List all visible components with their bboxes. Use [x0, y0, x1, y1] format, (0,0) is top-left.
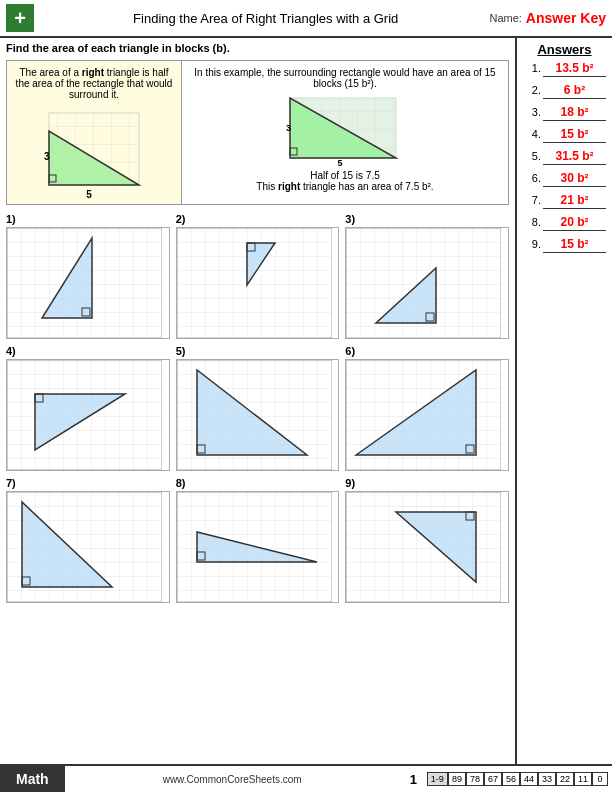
answer-9-num: 9.	[523, 238, 541, 250]
problem-2-grid	[176, 227, 340, 339]
info-box-right: In this example, the surrounding rectang…	[182, 61, 508, 204]
answer-8-val: 20 b²	[560, 215, 588, 229]
answer-9-line: 15 b²	[543, 237, 606, 253]
answer-6-val: 30 b²	[560, 171, 588, 185]
answer-7-val: 21 b²	[560, 193, 588, 207]
problem-6-label: 6)	[345, 345, 509, 357]
answer-1-num: 1.	[523, 62, 541, 74]
answer-3-val: 18 b²	[560, 105, 588, 119]
answer-5-num: 5.	[523, 150, 541, 162]
footer-scores: 1-9 89 78 67 56 44 33 22 11 0	[427, 772, 608, 786]
problem-5: 5)	[176, 345, 340, 471]
half-text: Half of 15 is 7.5	[310, 170, 379, 181]
answer-5-line: 31.5 b²	[543, 149, 606, 165]
info-right-text: In this example, the surrounding rectang…	[188, 67, 502, 89]
answer-item-8: 8. 20 b²	[523, 215, 606, 231]
svg-text:5: 5	[337, 158, 342, 168]
answer-4-line: 15 b²	[543, 127, 606, 143]
name-label: Name:	[489, 12, 521, 24]
problem-7-label: 7)	[6, 477, 170, 489]
problem-2-label: 2)	[176, 213, 340, 225]
answers-title: Answers	[523, 42, 606, 57]
logo-icon: +	[6, 4, 34, 32]
problem-8-grid	[176, 491, 340, 603]
score-89: 89	[448, 772, 466, 786]
problem-6: 6)	[345, 345, 509, 471]
footer-url: www.CommonCoreSheets.com	[65, 774, 400, 785]
example-triangle-right: 3 5	[285, 93, 405, 168]
problem-5-label: 5)	[176, 345, 340, 357]
answer-9-val: 15 b²	[560, 237, 588, 251]
problem-1: 1)	[6, 213, 170, 339]
answer-5-val: 31.5 b²	[555, 149, 593, 163]
problem-8-label: 8)	[176, 477, 340, 489]
score-22: 22	[556, 772, 574, 786]
worksheet: Find the area of each triangle in blocks…	[0, 38, 517, 764]
answer-item-7: 7. 21 b²	[523, 193, 606, 209]
footer-page-num: 1	[410, 772, 417, 787]
answer-3-line: 18 b²	[543, 105, 606, 121]
problem-3-grid	[345, 227, 509, 339]
problem-8: 8)	[176, 477, 340, 603]
svg-rect-36	[346, 492, 501, 602]
problem-3-label: 3)	[345, 213, 509, 225]
svg-text:5: 5	[86, 189, 92, 198]
problem-2: 2)	[176, 213, 340, 339]
score-range: 1-9	[427, 772, 448, 786]
problem-9: 9)	[345, 477, 509, 603]
answer-8-line: 20 b²	[543, 215, 606, 231]
answer-2-num: 2.	[523, 84, 541, 96]
info-box-left: The area of a right triangle is half the…	[7, 61, 182, 204]
score-44: 44	[520, 772, 538, 786]
footer-math-label: Math	[0, 766, 65, 792]
answer-6-line: 30 b²	[543, 171, 606, 187]
answer-7-line: 21 b²	[543, 193, 606, 209]
score-56: 56	[502, 772, 520, 786]
problem-4: 4)	[6, 345, 170, 471]
score-33: 33	[538, 772, 556, 786]
main-content: Find the area of each triangle in blocks…	[0, 38, 612, 764]
info-left-text: The area of a right triangle is half the…	[13, 67, 175, 100]
answer-item-9: 9. 15 b²	[523, 237, 606, 253]
problems-section: 1) 2)	[6, 213, 509, 603]
instruction: Find the area of each triangle in blocks…	[6, 42, 509, 54]
problem-9-grid	[345, 491, 509, 603]
answer-item-5: 5. 31.5 b²	[523, 149, 606, 165]
answer-1-line: 13.5 b²	[543, 61, 606, 77]
score-67: 67	[484, 772, 502, 786]
answer-4-val: 15 b²	[560, 127, 588, 141]
problem-5-grid	[176, 359, 340, 471]
answer-item-6: 6. 30 b²	[523, 171, 606, 187]
page-title: Finding the Area of Right Triangles with…	[42, 11, 489, 26]
answer-1-val: 13.5 b²	[555, 61, 593, 75]
problem-4-grid	[6, 359, 170, 471]
footer: Math www.CommonCoreSheets.com 1 1-9 89 7…	[0, 764, 612, 792]
answer-2-line: 6 b²	[543, 83, 606, 99]
info-row: The area of a right triangle is half the…	[6, 60, 509, 205]
score-78: 78	[466, 772, 484, 786]
score-11: 11	[574, 772, 592, 786]
answer-3-num: 3.	[523, 106, 541, 118]
answer-6-num: 6.	[523, 172, 541, 184]
score-0: 0	[592, 772, 608, 786]
problem-7: 7)	[6, 477, 170, 603]
problem-6-grid	[345, 359, 509, 471]
answers-panel: Answers 1. 13.5 b² 2. 6 b² 3. 18 b² 4. 1…	[517, 38, 612, 764]
problem-1-grid	[6, 227, 170, 339]
answer-item-1: 1. 13.5 b²	[523, 61, 606, 77]
problem-1-label: 1)	[6, 213, 170, 225]
svg-text:3: 3	[286, 123, 291, 133]
answer-8-num: 8.	[523, 216, 541, 228]
problem-9-label: 9)	[345, 477, 509, 489]
answer-key-label: Answer Key	[526, 10, 606, 26]
problem-7-grid	[6, 491, 170, 603]
answer-2-val: 6 b²	[564, 83, 585, 97]
answer-item-3: 3. 18 b²	[523, 105, 606, 121]
answer-7-num: 7.	[523, 194, 541, 206]
example-triangle-left: 3 5	[39, 108, 149, 198]
header: + Finding the Area of Right Triangles wi…	[0, 0, 612, 38]
answer-text: This right triangle has an area of 7.5 b…	[256, 181, 433, 192]
answer-4-num: 4.	[523, 128, 541, 140]
svg-text:3: 3	[44, 151, 50, 162]
problem-4-label: 4)	[6, 345, 170, 357]
